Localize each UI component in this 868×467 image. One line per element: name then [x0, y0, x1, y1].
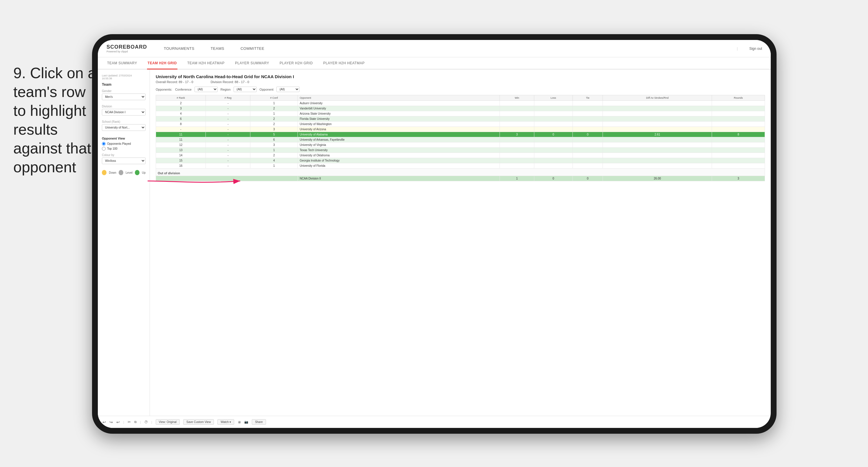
col-loss: Loss [534, 95, 572, 101]
division-total-row[interactable]: NCAA Division II 10026.003 [156, 176, 765, 181]
grid-records: Overall Record: 89 - 17 - 0 Division Rec… [156, 80, 765, 84]
bottom-toolbar: ↩ ↪ ↩ | ✂ ⧉ | ⏱ | View: Original Save Cu… [98, 416, 771, 428]
table-row[interactable]: 2-1 Auburn University [156, 101, 765, 106]
legend-level-label: Level [126, 171, 132, 174]
toolbar-icon1: 🖥 [238, 420, 241, 424]
col-opponent: Opponent [298, 95, 500, 101]
toolbar-separator: | [123, 420, 124, 424]
sidebar-division-label: Division [102, 105, 146, 108]
col-tie: Tie [572, 95, 603, 101]
col-rank: # Rank [156, 95, 206, 101]
table-row[interactable]: 8-2 University of Washington [156, 122, 765, 127]
col-diff: Diff Av Strokes/Rnd [603, 95, 712, 101]
table-row[interactable]: 16-1 University of Florida [156, 163, 765, 169]
toolbar-separator2: | [140, 420, 141, 424]
sidebar-school-label: School (Rank) [102, 120, 146, 123]
col-conf: # Conf [250, 95, 298, 101]
sidebar-opponent-view-label: Opponent View [102, 137, 146, 140]
col-reg: # Reg [206, 95, 250, 101]
nav-committee[interactable]: COMMITTEE [238, 45, 267, 52]
logo-sub: Powered by clippd [106, 50, 147, 53]
radio-opponents-played[interactable]: Opponents Played [102, 142, 146, 146]
watch-btn[interactable]: Watch ▾ [217, 419, 234, 425]
sign-out[interactable]: Sign out [749, 47, 762, 51]
sidebar-colour-label: Colour by [102, 153, 146, 157]
view-original-btn[interactable]: View: Original [156, 419, 180, 425]
logo-scoreboard: SCOREBOARD [106, 44, 147, 50]
h2h-table: # Rank # Reg # Conf Opponent Win Loss Ti… [156, 95, 765, 181]
sidebar-school-select[interactable]: University of Nort... [102, 124, 146, 131]
conference-filter-label: Conference [175, 88, 192, 91]
sidebar-team-label: Team [102, 82, 146, 87]
instruction-text: 9. Click on a team's row to highlight re… [13, 64, 97, 177]
tab-player-summary[interactable]: PLAYER SUMMARY [235, 57, 270, 69]
copy-icon: ⧉ [134, 420, 136, 424]
col-win: Win [500, 95, 534, 101]
nav-divider: | [737, 47, 738, 51]
logo-area: SCOREBOARD Powered by clippd [106, 44, 147, 53]
redo2-btn[interactable]: ↩ [116, 420, 120, 425]
division-record-label: Division Record: 88 - 17 - 0 [211, 80, 249, 84]
grid-area: University of North Carolina Head-to-Hea… [150, 69, 771, 428]
table-row[interactable]: --3 University of Arizona [156, 127, 765, 132]
grid-title: University of North Carolina Head-to-Hea… [156, 74, 765, 79]
content-wrapper: Last Updated: 27/03/2024 16:55:38 Team G… [98, 69, 771, 428]
tablet-screen: SCOREBOARD Powered by clippd TOURNAMENTS… [98, 40, 771, 428]
nav-teams[interactable]: TEAMS [208, 45, 227, 52]
sidebar-colour-select[interactable]: Win/loss [102, 157, 146, 164]
sidebar-gender-label: Gender [102, 89, 146, 93]
table-row[interactable]: 15-4 Georgia Institute of Technology [156, 158, 765, 163]
sub-nav: TEAM SUMMARY TEAM H2H GRID TEAM H2H HEAT… [98, 57, 771, 69]
region-filter-label: Region [221, 88, 231, 91]
legend-down-dot [102, 170, 106, 175]
table-row[interactable]: 14-2 University of Oklahoma [156, 153, 765, 158]
table-row[interactable]: 12-3 University of Virginia [156, 142, 765, 148]
toolbar-separator3: | [151, 420, 152, 424]
conference-filter-select[interactable]: (All) [194, 87, 218, 92]
sidebar-gender-select[interactable]: Men's [102, 93, 146, 100]
table-row[interactable]: 4-1 Arizona State University [156, 111, 765, 116]
tab-player-h2h-heatmap[interactable]: PLAYER H2H HEATMAP [323, 57, 365, 69]
tab-team-summary[interactable]: TEAM SUMMARY [106, 57, 138, 69]
radio-group: Opponents Played Top 100 [102, 142, 146, 150]
table-row[interactable]: 13-1 Texas Tech University [156, 148, 765, 153]
undo-btn[interactable]: ↩ [102, 420, 106, 425]
table-row[interactable]: 3-2 Vanderbilt University [156, 106, 765, 111]
sidebar: Last Updated: 27/03/2024 16:55:38 Team G… [98, 69, 150, 428]
redo-btn[interactable]: ↪ [110, 420, 113, 425]
tab-player-h2h-grid[interactable]: PLAYER H2H GRID [279, 57, 313, 69]
table-row[interactable]: 6-2 Florida State University [156, 116, 765, 122]
scissors-icon: ✂ [128, 420, 131, 424]
table-row[interactable]: 11-6 University of Arkansas, Fayettevill… [156, 137, 765, 142]
legend-down-label: Down [109, 171, 116, 174]
save-custom-btn[interactable]: Save Custom View [183, 419, 214, 425]
tab-team-h2h-heatmap[interactable]: TEAM H2H HEATMAP [187, 57, 225, 69]
tablet-frame: SCOREBOARD Powered by clippd TOURNAMENTS… [92, 34, 777, 434]
legend-level-dot [119, 170, 123, 175]
col-rounds: Rounds [712, 95, 765, 101]
opponents-filter-label: Opponents: [156, 88, 172, 91]
legend-up-label: Up [142, 171, 146, 174]
last-updated: Last Updated: 27/03/2024 16:55:38 [102, 74, 146, 80]
opponent-filter-select[interactable]: (All) [276, 87, 300, 92]
clock-icon: ⏱ [145, 420, 148, 424]
filters-row: Opponents: Conference (All) Region (All)… [156, 87, 765, 92]
opponent-filter-label: Opponent [259, 88, 274, 91]
table-row-highlighted[interactable]: 11-5 University of Alabama 3002.618 [156, 132, 765, 137]
region-filter-select[interactable]: (All) [234, 87, 257, 92]
top-nav: SCOREBOARD Powered by clippd TOURNAMENTS… [98, 40, 771, 57]
sidebar-division-select[interactable]: NCAA Division I [102, 109, 146, 116]
legend-up-dot [135, 170, 140, 175]
radio-top100[interactable]: Top 100 [102, 147, 146, 150]
out-of-division-header: Out of division [156, 169, 765, 176]
overall-record-label: Overall Record: 89 - 17 - 0 [156, 80, 193, 84]
nav-tournaments[interactable]: TOURNAMENTS [161, 45, 197, 52]
legend-row: Down Level Up [102, 170, 146, 175]
share-btn[interactable]: Share [252, 419, 266, 425]
tab-team-h2h-grid[interactable]: TEAM H2H GRID [147, 57, 178, 69]
toolbar-icon2: 📷 [244, 420, 248, 424]
